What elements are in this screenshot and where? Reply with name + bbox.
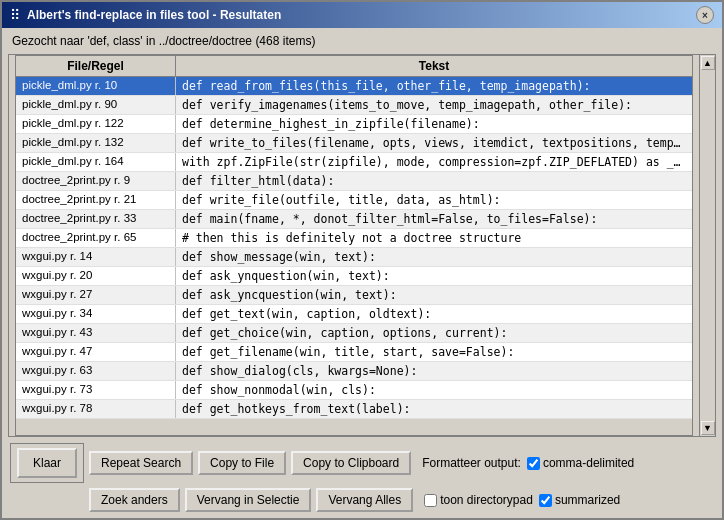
klaar-button[interactable]: Klaar	[17, 448, 77, 478]
cell-file: wxgui.py r. 34	[16, 305, 176, 323]
cell-text: def ask_yncquestion(win, text):	[176, 286, 692, 304]
cell-file: pickle_dml.py r. 132	[16, 134, 176, 152]
vervang-alles-button[interactable]: Vervang Alles	[316, 488, 413, 512]
cell-text: with zpf.ZipFile(str(zipfile), mode, com…	[176, 153, 692, 171]
window-title: Albert's find-replace in files tool - Re…	[27, 8, 281, 22]
table-row[interactable]: doctree_2print.py r. 21def write_file(ou…	[16, 191, 692, 210]
table-row[interactable]: wxgui.py r. 34def get_text(win, caption,…	[16, 305, 692, 324]
table-row[interactable]: wxgui.py r. 63def show_dialog(cls, kwarg…	[16, 362, 692, 381]
cell-file: pickle_dml.py r. 90	[16, 96, 176, 114]
cell-text: def determine_highest_in_zipfile(filenam…	[176, 115, 692, 133]
cell-text: def write_file(outfile, title, data, as_…	[176, 191, 692, 209]
table-row[interactable]: wxgui.py r. 27def ask_yncquestion(win, t…	[16, 286, 692, 305]
footer-row1: Klaar Repeat Search Copy to File Copy to…	[10, 443, 714, 483]
cell-file: wxgui.py r. 63	[16, 362, 176, 380]
cell-file: wxgui.py r. 43	[16, 324, 176, 342]
col-text-header: Tekst	[176, 56, 692, 76]
cell-file: wxgui.py r. 47	[16, 343, 176, 361]
table-row[interactable]: wxgui.py r. 78def get_hotkeys_from_text(…	[16, 400, 692, 419]
table-row[interactable]: doctree_2print.py r. 33def main(fname, *…	[16, 210, 692, 229]
scroll-up-btn[interactable]: ▲	[701, 56, 715, 70]
cell-text: def get_choice(win, caption, options, cu…	[176, 324, 692, 342]
cell-text: def get_hotkeys_from_text(label):	[176, 400, 692, 418]
close-button[interactable]: ×	[696, 6, 714, 24]
cell-file: doctree_2print.py r. 9	[16, 172, 176, 190]
table-row[interactable]: wxgui.py r. 73def show_nonmodal(win, cls…	[16, 381, 692, 400]
scrollbar[interactable]: ▲ ▼	[699, 55, 715, 436]
table-row[interactable]: wxgui.py r. 14def show_message(win, text…	[16, 248, 692, 267]
toon-directorypad-item: toon directorypad	[424, 493, 533, 507]
summarized-item: summarized	[539, 493, 620, 507]
footer-row2: Zoek anders Vervang in Selectie Vervang …	[10, 488, 714, 512]
summarized-label: summarized	[555, 493, 620, 507]
cell-file: wxgui.py r. 27	[16, 286, 176, 304]
summarized-checkbox[interactable]	[539, 494, 552, 507]
cell-text: def verify_imagenames(items_to_move, tem…	[176, 96, 692, 114]
cell-text: # then this is definitely not a doctree …	[176, 229, 692, 247]
cell-text: def show_dialog(cls, kwargs=None):	[176, 362, 692, 380]
table-row[interactable]: wxgui.py r. 43def get_choice(win, captio…	[16, 324, 692, 343]
cell-text: def read_from_files(this_file, other_fil…	[176, 77, 692, 95]
table-row[interactable]: wxgui.py r. 20def ask_ynquestion(win, te…	[16, 267, 692, 286]
cell-file: doctree_2print.py r. 21	[16, 191, 176, 209]
window-menu-icon[interactable]: ⠿	[10, 7, 21, 23]
cell-file: pickle_dml.py r. 122	[16, 115, 176, 133]
format-section2: toon directorypad summarized	[424, 493, 620, 507]
cell-text: def write_to_files(filename, opts, views…	[176, 134, 692, 152]
table-header: File/Regel Tekst	[16, 56, 692, 77]
cell-text: def get_text(win, caption, oldtext):	[176, 305, 692, 323]
copy-to-clipboard-button[interactable]: Copy to Clipboard	[291, 451, 411, 475]
comma-delimited-item: comma-delimited	[527, 456, 634, 470]
formatteer-label: Formatteer output:	[422, 456, 521, 470]
table-body[interactable]: pickle_dml.py r. 10def read_from_files(t…	[16, 77, 692, 435]
cell-file: pickle_dml.py r. 10	[16, 77, 176, 95]
cell-text: def show_nonmodal(win, cls):	[176, 381, 692, 399]
vervang-in-selectie-button[interactable]: Vervang in Selectie	[185, 488, 312, 512]
toon-directorypad-checkbox[interactable]	[424, 494, 437, 507]
table-row[interactable]: pickle_dml.py r. 90def verify_imagenames…	[16, 96, 692, 115]
title-bar-left: ⠿ Albert's find-replace in files tool - …	[10, 7, 281, 23]
comma-delimited-checkbox[interactable]	[527, 457, 540, 470]
main-window: ⠿ Albert's find-replace in files tool - …	[0, 0, 724, 520]
comma-delimited-label: comma-delimited	[543, 456, 634, 470]
format-section: Formatteer output: comma-delimited	[422, 456, 634, 470]
title-bar: ⠿ Albert's find-replace in files tool - …	[2, 2, 722, 28]
table-row[interactable]: pickle_dml.py r. 132def write_to_files(f…	[16, 134, 692, 153]
toon-directorypad-label: toon directorypad	[440, 493, 533, 507]
table-row[interactable]: wxgui.py r. 47def get_filename(win, titl…	[16, 343, 692, 362]
cell-file: wxgui.py r. 14	[16, 248, 176, 266]
zoek-anders-button[interactable]: Zoek anders	[89, 488, 180, 512]
table-row[interactable]: pickle_dml.py r. 122def determine_highes…	[16, 115, 692, 134]
cell-file: wxgui.py r. 78	[16, 400, 176, 418]
search-info: Gezocht naar 'def, class' in ../doctree/…	[2, 28, 722, 54]
cell-text: def show_message(win, text):	[176, 248, 692, 266]
cell-text: def main(fname, *, donot_filter_html=Fal…	[176, 210, 692, 228]
footer: Klaar Repeat Search Copy to File Copy to…	[2, 437, 722, 518]
col-file-header: File/Regel	[16, 56, 176, 76]
cell-text: def filter_html(data):	[176, 172, 692, 190]
cell-file: pickle_dml.py r. 164	[16, 153, 176, 171]
cell-file: wxgui.py r. 73	[16, 381, 176, 399]
table-row[interactable]: doctree_2print.py r. 9def filter_html(da…	[16, 172, 692, 191]
cell-text: def ask_ynquestion(win, text):	[176, 267, 692, 285]
cell-file: wxgui.py r. 20	[16, 267, 176, 285]
repeat-search-button[interactable]: Repeat Search	[89, 451, 193, 475]
results-table: File/Regel Tekst pickle_dml.py r. 10def …	[15, 55, 693, 436]
cell-file: doctree_2print.py r. 33	[16, 210, 176, 228]
results-table-wrapper: File/Regel Tekst pickle_dml.py r. 10def …	[8, 54, 716, 437]
cell-text: def get_filename(win, title, start, save…	[176, 343, 692, 361]
cell-file: doctree_2print.py r. 65	[16, 229, 176, 247]
table-row[interactable]: pickle_dml.py r. 10def read_from_files(t…	[16, 77, 692, 96]
copy-to-file-button[interactable]: Copy to File	[198, 451, 286, 475]
scroll-down-btn[interactable]: ▼	[701, 421, 715, 435]
table-row[interactable]: pickle_dml.py r. 164 with zpf.ZipFile(st…	[16, 153, 692, 172]
table-row[interactable]: doctree_2print.py r. 65 # then this is d…	[16, 229, 692, 248]
klaar-wrapper: Klaar	[10, 443, 84, 483]
scroll-track	[700, 71, 715, 420]
